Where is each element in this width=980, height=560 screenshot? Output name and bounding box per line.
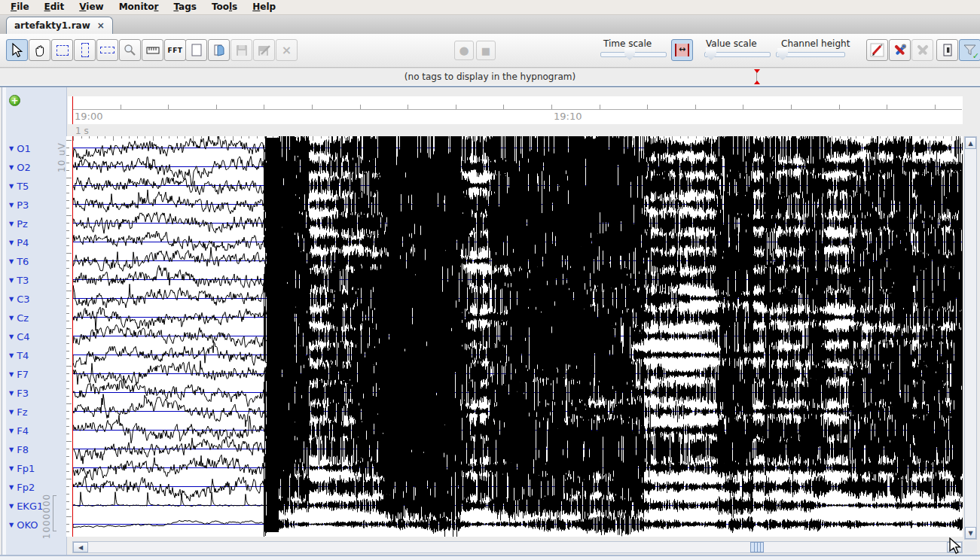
value-scale-slider-thumb[interactable] xyxy=(706,48,716,60)
channel-label: O2 xyxy=(17,162,31,173)
channel-item-t5[interactable]: ▼T5 xyxy=(9,180,29,193)
horizontal-scrollbar[interactable]: ◀ ▶ xyxy=(72,541,963,553)
horizontal-scrollbar-thumb[interactable] xyxy=(750,542,764,552)
channel-height-slider[interactable] xyxy=(776,52,845,57)
zoom-tool-button[interactable] xyxy=(119,39,141,61)
select-column-icon xyxy=(81,43,89,57)
scrollbar-corner xyxy=(964,541,977,553)
filter-button[interactable]: ✓ xyxy=(959,39,980,61)
channel-label: P3 xyxy=(17,199,29,211)
stop-icon: ■ xyxy=(481,46,490,56)
hypnogram-marker-top-triangle xyxy=(754,69,760,73)
save-tag-button[interactable] xyxy=(230,39,252,61)
channel-dropdown-icon: ▼ xyxy=(9,202,14,208)
edit-signal-parameters-button[interactable] xyxy=(866,39,888,61)
new-document-icon xyxy=(191,44,203,57)
select-column-tool-button[interactable] xyxy=(74,39,96,61)
channel-item-ekg1[interactable]: ▼EKG1 xyxy=(9,500,43,513)
add-channel-button[interactable]: + xyxy=(9,95,20,106)
fft-tool-button[interactable]: FFT xyxy=(164,39,186,61)
channel-item-t3[interactable]: ▼T3 xyxy=(9,274,29,287)
ruler-cursor-line xyxy=(72,96,73,124)
open-tag-document-button[interactable] xyxy=(208,39,230,61)
time-ruler[interactable]: 19:00 19:10 xyxy=(68,96,963,124)
channel-label: Fz xyxy=(17,406,27,418)
menu-tools[interactable]: Tools xyxy=(204,0,245,14)
channel-item-o2[interactable]: ▼O2 xyxy=(9,161,31,174)
scroll-left-button[interactable]: ◀ xyxy=(73,542,88,552)
channel-item-fp2[interactable]: ▼Fp2 xyxy=(9,481,35,494)
hypnogram-marker-bottom-triangle xyxy=(754,81,760,84)
scroll-right-button[interactable]: ▶ xyxy=(947,542,962,552)
up-arrow-icon: ▲ xyxy=(968,140,972,147)
channel-item-f7[interactable]: ▼F7 xyxy=(9,368,29,381)
close-tag-icon: × xyxy=(282,43,292,57)
menu-file[interactable]: File xyxy=(3,0,37,14)
channel-item-t4[interactable]: ▼T4 xyxy=(9,349,29,362)
channel-dropdown-icon: ▼ xyxy=(9,409,14,415)
fit-page-width-button[interactable]: ↔ xyxy=(671,39,693,61)
channel-label: F3 xyxy=(17,388,29,399)
toolbar: FFT xyxy=(0,34,980,68)
main-area: + ▼O1▼O2▼T5▼P3▼Pz▼P4▼T6▼T3▼C3▼Cz▼C4▼T4▼F… xyxy=(0,87,980,560)
signal-plot-canvas[interactable] xyxy=(66,136,963,537)
channel-dropdown-icon: ▼ xyxy=(9,315,14,321)
disabled-tools-button[interactable] xyxy=(911,39,933,61)
hypnogram-strip[interactable]: (no tags to display in the hypnogram) xyxy=(0,68,980,86)
pointer-tool-button[interactable] xyxy=(6,39,28,61)
menu-help[interactable]: Help xyxy=(245,0,283,14)
channel-item-p4[interactable]: ▼P4 xyxy=(9,236,29,249)
menu-monitor[interactable]: Monitor xyxy=(111,0,166,14)
channel-dropdown-icon: ▼ xyxy=(9,446,14,453)
channel-item-fp1[interactable]: ▼Fp1 xyxy=(9,462,35,475)
channel-item-t6[interactable]: ▼T6 xyxy=(9,255,29,268)
scroll-down-button[interactable]: ▼ xyxy=(965,527,976,539)
time-scale-slider[interactable] xyxy=(600,52,667,57)
menu-tags[interactable]: Tags xyxy=(166,0,203,14)
save-tag-as-button[interactable] xyxy=(253,39,275,61)
hand-tool-button[interactable] xyxy=(29,39,50,61)
select-region-tool-button[interactable] xyxy=(51,39,73,61)
channel-dropdown-icon: ▼ xyxy=(9,145,14,152)
ruler-icon xyxy=(146,46,160,55)
vertical-scrollbar[interactable]: ▲ ▼ xyxy=(964,136,977,540)
channel-item-c4[interactable]: ▼C4 xyxy=(9,330,30,343)
channel-item-f4[interactable]: ▼F4 xyxy=(9,425,29,437)
stop-button[interactable]: ■ xyxy=(476,41,496,60)
signal-viewer-window: FileEditViewMonitorTagsToolsHelp artefak… xyxy=(0,0,980,560)
select-region-icon xyxy=(56,45,69,56)
channel-item-c3[interactable]: ▼C3 xyxy=(9,293,30,306)
channel-item-oko[interactable]: ▼OKO xyxy=(9,519,38,531)
show-panel-button[interactable] xyxy=(936,39,958,61)
channel-item-p3[interactable]: ▼P3 xyxy=(9,199,29,212)
channel-height-slider-thumb[interactable] xyxy=(777,48,788,60)
channel-item-o1[interactable]: ▼O1 xyxy=(9,142,31,155)
channel-item-cz[interactable]: ▼Cz xyxy=(9,312,29,324)
menu-edit[interactable]: Edit xyxy=(37,0,72,14)
scroll-up-button[interactable]: ▲ xyxy=(965,137,976,149)
channel-dropdown-icon: ▼ xyxy=(9,221,14,227)
channel-item-f3[interactable]: ▼F3 xyxy=(9,387,29,400)
record-button[interactable]: ● xyxy=(454,41,474,60)
channel-label: O1 xyxy=(17,143,31,154)
select-row-tool-button[interactable] xyxy=(96,39,118,61)
channel-dropdown-icon: ▼ xyxy=(9,465,14,472)
channel-label: T3 xyxy=(17,275,29,286)
new-tag-document-button[interactable] xyxy=(185,39,207,61)
channel-label: EKG1 xyxy=(17,501,43,512)
value-scale-slider[interactable] xyxy=(704,52,771,57)
menu-view[interactable]: View xyxy=(72,0,111,14)
channel-dropdown-icon: ▼ xyxy=(9,164,14,171)
save-icon xyxy=(236,44,248,56)
channel-label: Fp2 xyxy=(17,482,35,493)
ruler-tool-button[interactable] xyxy=(142,39,163,61)
close-tag-button[interactable]: × xyxy=(276,39,298,61)
channel-item-pz[interactable]: ▼Pz xyxy=(9,218,28,230)
preferences-tools-button[interactable] xyxy=(889,39,911,61)
select-row-icon xyxy=(100,47,114,53)
channel-item-f8[interactable]: ▼F8 xyxy=(9,443,29,456)
time-scale-slider-thumb[interactable] xyxy=(624,48,635,60)
channel-item-fz[interactable]: ▼Fz xyxy=(9,406,27,418)
tab-close-icon[interactable]: × xyxy=(97,22,105,29)
tab-artefakty1-raw[interactable]: artefakty1.raw × xyxy=(6,17,113,34)
